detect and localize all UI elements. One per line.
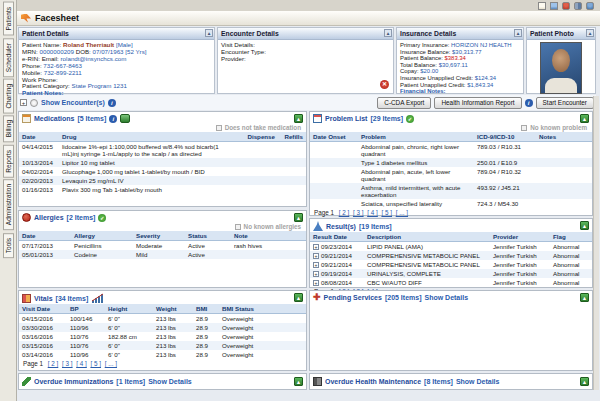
page-link[interactable]: [ 3 ] xyxy=(353,209,364,216)
table-row[interactable]: 03/15/2016110/76 6' 0"213 lbs 28.9Overwe… xyxy=(19,341,306,350)
page-link[interactable]: [ 4 ] xyxy=(367,209,378,216)
table-row[interactable]: Sciatica, unspecified laterality 724.3 /… xyxy=(310,199,592,208)
table-row[interactable]: 04/02/2014 Glucophage 1,000 mg tablet 1-… xyxy=(19,167,306,176)
sidebar-tab-charting[interactable]: Charting xyxy=(3,79,14,114)
vertical-scrollbar[interactable] xyxy=(593,96,599,390)
no-known-allergies-label: No known allergies xyxy=(244,223,301,230)
page-link[interactable]: [ 5 ] xyxy=(90,360,101,367)
problem-list-count[interactable]: [29 Items] xyxy=(370,115,403,122)
table-row[interactable]: 02/20/2013 Levaquin 25 mg/mL IV xyxy=(19,176,306,185)
collapse-allergies-button[interactable]: ▲ xyxy=(294,213,303,222)
sidebar-tab-reports[interactable]: Reports xyxy=(3,145,14,178)
table-row[interactable]: +09/23/2014 LIPID PANEL (AMA) Jennifer T… xyxy=(310,242,592,252)
expand-row-icon[interactable]: + xyxy=(313,271,319,277)
health-information-report-button[interactable]: Health Information Report xyxy=(434,97,521,109)
table-row[interactable]: +09/19/2014 URINALYSIS, COMPLETE Jennife… xyxy=(310,269,592,278)
current-page: Page 1 xyxy=(23,360,43,367)
maintenance-show-details-link[interactable]: Show Details xyxy=(456,378,500,385)
medications-print-icon[interactable] xyxy=(120,114,130,123)
collapse-photo-button[interactable]: ▴ xyxy=(586,29,594,37)
table-row[interactable]: Asthma, mild intermittent, with acute ex… xyxy=(310,183,592,199)
table-row[interactable]: 04/15/2016100/146 6' 0"213 lbs 28.9Overw… xyxy=(19,314,306,324)
allergies-table: Date Allergy Severity Status Note 07/17/… xyxy=(19,231,306,259)
vitals-header-row: Visit Date BP Height Weight BMI BMI Stat… xyxy=(19,304,306,314)
vitals-pagination: Page 1 [ 2 ] [ 3 ] [ 4 ] [ 5 ] [ ... ] xyxy=(19,359,306,368)
start-encounter-button[interactable]: Start Encounter xyxy=(536,97,594,109)
collapse-patient-button[interactable]: ▴ xyxy=(205,29,213,37)
health-maintenance-icon xyxy=(313,377,322,386)
table-row[interactable]: 03/16/2016110/76 182.88 cm213 lbs 28.9Ov… xyxy=(19,332,306,341)
table-row[interactable]: Type 1 diabetes mellitus 250.01 / E10.9 xyxy=(310,158,592,167)
sidebar-tab-administration[interactable]: Administration xyxy=(3,179,14,230)
does-not-take-medication-checkbox[interactable] xyxy=(216,125,222,131)
allergies-icon xyxy=(22,213,31,222)
ccda-export-button[interactable]: C-CDA Export xyxy=(377,97,431,109)
expand-encounters-icon[interactable]: + xyxy=(20,99,27,106)
collapse-insurance-button[interactable]: ▴ xyxy=(514,29,522,37)
medications-info-icon[interactable]: i xyxy=(109,115,117,123)
table-row[interactable]: 07/17/2013 Penicillins Moderate Active r… xyxy=(19,241,306,251)
medications-count[interactable]: [5 Items] xyxy=(77,115,106,122)
page-link[interactable]: [ 5 ] xyxy=(381,209,392,216)
collapse-results-button[interactable]: ▲ xyxy=(580,221,589,230)
table-row[interactable]: Abdominal pain, acute, left lower quadra… xyxy=(310,167,592,183)
pending-services-count[interactable]: [205 Items] xyxy=(385,294,422,301)
no-known-allergies-checkbox[interactable] xyxy=(235,224,241,230)
collapse-pending-button[interactable]: ▲ xyxy=(580,293,589,302)
patient-photo-title: Patient Photo xyxy=(530,30,574,37)
group-icon[interactable] xyxy=(574,2,582,10)
immunizations-show-details-link[interactable]: Show Details xyxy=(148,378,192,385)
table-row[interactable]: 03/14/2016110/96 6' 0"213 lbs 28.9Overwe… xyxy=(19,350,306,359)
encounter-error-icon[interactable]: ✕ xyxy=(380,80,389,89)
report-info-icon[interactable]: i xyxy=(525,99,533,107)
maintenance-count[interactable]: [8 Items] xyxy=(424,378,453,385)
financial-notes-link[interactable]: Financial Notes: xyxy=(400,88,446,94)
sidebar-tab-tools[interactable]: Tools xyxy=(3,233,14,258)
page-link[interactable]: [ 2 ] xyxy=(48,360,59,367)
collapse-maintenance-button[interactable]: ▲ xyxy=(580,377,589,386)
collapse-problem-list-button[interactable]: ▲ xyxy=(580,114,589,123)
table-row[interactable]: +08/08/2014 CBC W/AUTO DIFF Jennifer Tur… xyxy=(310,278,592,287)
note-icon[interactable] xyxy=(538,2,546,10)
vitals-chart-icon[interactable] xyxy=(91,293,105,303)
collapse-encounter-button[interactable]: ▴ xyxy=(384,29,392,37)
table-row[interactable]: +09/21/2014 COMPREHENSIVE METABOLIC PANE… xyxy=(310,251,592,260)
page-link[interactable]: [ ... ] xyxy=(396,209,408,216)
medications-header-row: Date Drug Dispense Refills xyxy=(19,132,306,142)
table-row[interactable]: +09/21/2014 COMPREHENSIVE METABOLIC PANE… xyxy=(310,260,592,269)
vitals-count[interactable]: [34 Items] xyxy=(56,295,89,302)
monitor-icon[interactable] xyxy=(550,2,558,10)
table-row[interactable]: 01/16/2013 Plavix 300 mg Tab 1-tablet/by… xyxy=(19,185,306,194)
expand-row-icon[interactable]: + xyxy=(313,280,319,286)
page-link[interactable]: [ 4 ] xyxy=(76,360,87,367)
pending-show-details-link[interactable]: Show Details xyxy=(424,294,468,301)
pending-services-icon: ✚ xyxy=(313,293,321,302)
collapse-immunizations-button[interactable]: ▲ xyxy=(294,377,303,386)
immunizations-icon xyxy=(22,377,31,386)
info-icon[interactable]: i xyxy=(108,99,116,107)
page-link[interactable]: [ ... ] xyxy=(105,360,117,367)
table-row[interactable]: Abdominal pain, chronic, right lower qua… xyxy=(310,142,592,159)
table-row[interactable]: 04/14/2015 lidocaine 1%-epi 1:100,000 bu… xyxy=(19,142,306,159)
table-row[interactable]: 03/30/2016110/96 6' 0"213 lbs 28.9Overwe… xyxy=(19,323,306,332)
patient-alert-icon[interactable] xyxy=(562,2,570,10)
sidebar-tab-billing[interactable]: Billing xyxy=(3,115,14,142)
collapse-vitals-button[interactable]: ▲ xyxy=(294,293,303,302)
sidebar-tab-scheduler[interactable]: Scheduler xyxy=(3,38,14,77)
sidebar-tab-patients[interactable]: Patients xyxy=(3,2,14,36)
expand-row-icon[interactable]: + xyxy=(313,244,319,250)
patient-photo-header: Patient Photo ▴ xyxy=(527,28,595,40)
results-count[interactable]: [19 Items] xyxy=(359,223,392,230)
expand-row-icon[interactable]: + xyxy=(313,262,319,268)
user-icon[interactable] xyxy=(586,2,594,10)
page-link[interactable]: [ 2 ] xyxy=(339,209,350,216)
total-balance-value: $30,697.11 xyxy=(439,62,468,68)
page-link[interactable]: [ 3 ] xyxy=(62,360,73,367)
collapse-medications-button[interactable]: ▲ xyxy=(294,114,303,123)
no-known-problem-checkbox[interactable] xyxy=(521,125,527,131)
table-row[interactable]: 10/13/2014 Lipitor 10 mg tablet xyxy=(19,158,306,167)
allergies-count[interactable]: [2 Items] xyxy=(67,214,96,221)
expand-row-icon[interactable]: + xyxy=(313,253,319,259)
table-row[interactable]: 05/01/2013 Codeine Mild Active xyxy=(19,250,306,259)
immunizations-count[interactable]: [1 Items] xyxy=(116,378,145,385)
